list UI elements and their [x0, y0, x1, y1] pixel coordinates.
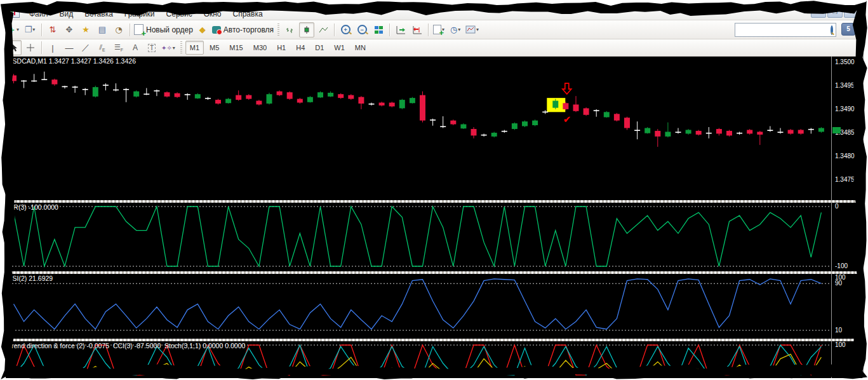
chart-area: ✔ USDCAD,M1 1.3427 1.3427 1.3426 1.3426 …: [6, 57, 863, 378]
mt4-window: ФайлВидВставкаГрафикиСервисОкноСправка –…: [5, 6, 864, 377]
axis-tick: 1.3475: [835, 176, 855, 183]
axis-tick: 1.3500: [835, 58, 855, 65]
axis-tick: 10: [835, 327, 842, 334]
crosshair-button[interactable]: [23, 40, 38, 55]
menu-item-4[interactable]: Сервис: [161, 8, 198, 20]
new-chart-icon: ＋: [8, 24, 16, 36]
strategy-tester-button[interactable]: ◔: [111, 22, 126, 37]
metaeditor-icon: ◆: [199, 25, 206, 34]
rsi-axis[interactable]: 1009010: [831, 274, 862, 339]
toolbar-separator: [428, 24, 429, 36]
cursor-button[interactable]: [6, 40, 22, 55]
timeframe-w1[interactable]: W1: [330, 41, 349, 55]
zoom-out-button[interactable]: −: [354, 22, 370, 37]
periods-button[interactable]: ◷▾: [448, 22, 464, 37]
text-icon: A: [133, 43, 138, 52]
menu-item-3[interactable]: Графики: [119, 8, 161, 20]
navigator-icon: ★: [82, 25, 90, 34]
community-badge[interactable]: 5: [841, 23, 855, 36]
wpr-axis[interactable]: 0-100: [831, 203, 862, 271]
price-axis[interactable]: 1.35001.34951.34901.34851.34801.3475: [831, 57, 862, 200]
close-button[interactable]: ✕: [844, 7, 859, 18]
axis-tick: 0.00: [835, 372, 847, 378]
zoom-in-icon: +: [341, 25, 351, 34]
oscillators-indicator-panel: Trend direction & force (2) -0.0075 CCI(…: [6, 341, 862, 378]
menu-item-0[interactable]: Файл: [23, 8, 54, 20]
search-box: [735, 23, 836, 37]
horizontal-line-button[interactable]: —: [62, 40, 77, 55]
profiles-button[interactable]: ❐▾: [23, 22, 38, 37]
wpr-indicator-panel: %R(3) -100.0000 0-100: [6, 203, 862, 271]
zoom-in-button[interactable]: +: [338, 22, 353, 37]
toolbar-separator: [130, 24, 130, 36]
chevron-down-icon: ▾: [173, 45, 175, 51]
timeframe-d1[interactable]: D1: [310, 41, 328, 55]
menu-item-5[interactable]: Окно: [198, 8, 227, 20]
restore-button[interactable]: ❐: [827, 7, 843, 18]
toolbar-separator: [389, 24, 390, 36]
rsi-plot[interactable]: [6, 274, 831, 339]
new-chart-button[interactable]: ＋▾: [6, 22, 22, 37]
timeframe-mn[interactable]: MN: [351, 41, 370, 55]
menu-item-1[interactable]: Вид: [54, 8, 79, 20]
autotrading-label: Авто-торговля: [224, 25, 274, 34]
auto-scroll-button[interactable]: [393, 22, 408, 37]
timeframe-h4[interactable]: H4: [291, 41, 309, 55]
timeframe-m1[interactable]: M1: [185, 41, 204, 55]
autotrading-button[interactable]: Авто-торговля: [211, 22, 274, 37]
autotrading-icon: [212, 26, 221, 34]
fibonacci-button[interactable]: ☰F: [111, 40, 126, 55]
data-window-button[interactable]: ✥: [62, 22, 77, 37]
axis-tick: -100: [835, 262, 848, 269]
line-chart-icon: [319, 25, 328, 34]
terminal-button[interactable]: ▤: [95, 22, 110, 37]
candlestick-plot[interactable]: ✔: [6, 57, 831, 200]
timeframe-m15[interactable]: M15: [225, 41, 247, 55]
toolbar-separator: [334, 24, 335, 36]
minimize-button[interactable]: –: [811, 7, 826, 18]
auto-scroll-icon: [396, 25, 406, 34]
bar-chart-button[interactable]: [283, 22, 298, 37]
svg-text:✔: ✔: [563, 114, 571, 125]
trendline-button[interactable]: ／: [78, 40, 93, 55]
strategy-tester-icon: ◔: [115, 25, 122, 34]
axis-tick: 1.3490: [835, 105, 855, 112]
app-icon[interactable]: [10, 9, 20, 18]
timeframe-m30[interactable]: M30: [249, 41, 271, 55]
line-chart-button[interactable]: [316, 22, 331, 37]
new-order-button[interactable]: Новый ордер: [133, 22, 194, 37]
search-icon[interactable]: [831, 25, 833, 35]
arrows-button[interactable]: ✦✧▾: [161, 40, 177, 55]
market-watch-button[interactable]: ⇅: [45, 22, 60, 37]
chart-title: USDCAD,M1 1.3427 1.3427 1.3426 1.3426: [8, 57, 136, 65]
candlestick-chart-button[interactable]: [299, 22, 314, 37]
metaeditor-button[interactable]: ◆: [195, 22, 210, 37]
text-label-icon: T: [148, 44, 156, 52]
axis-tick: 1.3480: [835, 153, 855, 159]
text-label-button[interactable]: T: [144, 40, 159, 55]
channel-button[interactable]: ⫽E: [95, 40, 110, 55]
indicators-button[interactable]: ▾: [432, 22, 447, 37]
navigator-button[interactable]: ★: [78, 22, 93, 37]
templates-button[interactable]: ▾: [465, 22, 481, 37]
search-input[interactable]: [735, 25, 831, 35]
axis-tick: 1.3495: [835, 82, 855, 89]
vertical-line-button[interactable]: |: [45, 40, 60, 55]
templates-icon: [465, 25, 476, 34]
wpr-plot[interactable]: [6, 203, 831, 271]
timeframe-m5[interactable]: M5: [205, 41, 224, 55]
timeframe-h1[interactable]: H1: [272, 41, 290, 55]
menu-item-6[interactable]: Справка: [227, 8, 269, 20]
axis-tick: 90: [835, 280, 842, 287]
menu-item-2[interactable]: Вставка: [79, 8, 119, 20]
toolbar-separator: [277, 24, 279, 36]
indicators-icon: [433, 25, 441, 34]
crosshair-icon: [26, 43, 35, 52]
rsi-indicator-panel: RSI(2) 21.6929 1009010: [6, 274, 862, 339]
chart-shift-button[interactable]: [410, 22, 425, 37]
tile-windows-button[interactable]: [371, 22, 386, 37]
text-button[interactable]: A: [128, 40, 143, 55]
oscillators-axis[interactable]: 1000.00: [831, 341, 862, 378]
arrows-icon: ✦✧: [161, 44, 172, 51]
horizontal-line-icon: —: [65, 43, 74, 53]
